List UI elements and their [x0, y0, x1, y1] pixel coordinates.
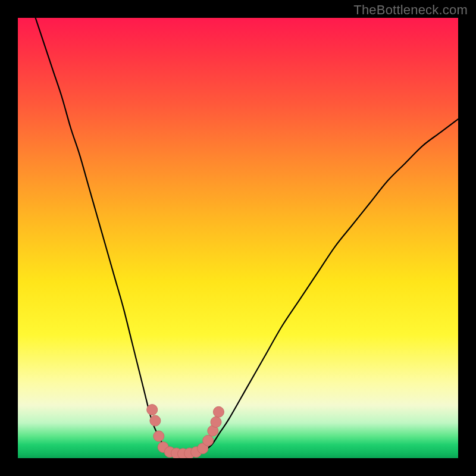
marker-dot — [211, 416, 221, 427]
marker-dot — [147, 405, 158, 415]
watermark-text: TheBottleneck.com — [353, 2, 468, 18]
marker-dot — [213, 406, 224, 417]
chart-svg — [18, 18, 458, 458]
chart-frame: TheBottleneck.com — [0, 0, 476, 476]
bottleneck-curve — [36, 18, 458, 455]
marker-dot — [154, 431, 164, 441]
marker-dot — [203, 435, 214, 446]
marker-dot — [150, 415, 161, 426]
highlight-markers — [147, 405, 224, 458]
plot-area — [18, 18, 458, 458]
